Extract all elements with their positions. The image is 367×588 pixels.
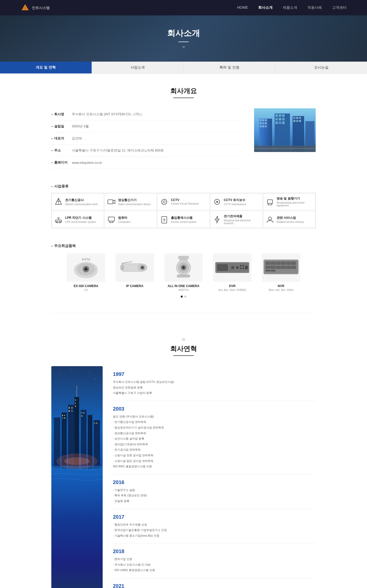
product-item-2: ALL IN ONE CAMERA AHD/TVI — [162, 253, 205, 291]
svg-rect-8 — [262, 122, 264, 124]
overview-title: 회사개요 — [51, 87, 316, 96]
svg-rect-132 — [75, 403, 76, 404]
nav-home[interactable]: HOME — [237, 5, 248, 10]
svg-point-60 — [268, 217, 272, 220]
product-name-2: ALL IN ONE CAMERA — [162, 284, 205, 288]
svg-rect-7 — [260, 122, 262, 124]
svg-rect-24 — [293, 117, 295, 119]
svg-rect-136 — [81, 415, 82, 416]
svg-point-112 — [95, 379, 95, 379]
business-sub-3: CCTV maintenance — [224, 203, 246, 206]
svg-rect-89 — [240, 268, 242, 269]
info-row-website: 홈페이지 www.intsystem.co.kr — [51, 157, 244, 169]
product-item-1: IP CAMERA — [113, 253, 157, 291]
svg-rect-9 — [265, 122, 267, 124]
business-sub-6: Computers — [118, 221, 131, 223]
sub-nav-business[interactable]: 사업소개 — [92, 62, 184, 73]
history-section: ○ 회사연혁 — [0, 336, 367, 588]
svg-rect-95 — [271, 262, 275, 265]
business-name-8: 전기전자제품 — [224, 214, 260, 219]
svg-point-109 — [59, 374, 59, 374]
computer-icon — [107, 215, 116, 224]
item-1997-1: 영상보안 전문업체 등록 — [113, 385, 316, 390]
product-item-0: A-5713 EX-SDI CAMERA 2.0 — [64, 253, 108, 291]
svg-rect-4 — [260, 119, 262, 121]
products-section: 주요취급품목 A-5713 EX-SDI CAMERA 2.0 — [51, 244, 316, 298]
business-sub-5: LPR circuit breaker system — [65, 221, 96, 223]
nav-company[interactable]: 회사소개 — [258, 5, 273, 10]
company-info-wrapper: 회사명 주식회사 인트시스템 (INT SYSTEM CO., LTD.) 설립… — [51, 108, 316, 169]
item-2016-2: · 조달청 등록 — [113, 499, 316, 504]
logo[interactable]: 인트시스템 — [21, 3, 50, 12]
business-name-3: CCTV 유지보수 — [224, 198, 246, 202]
business-name-4: 방송 및 음향기기 — [277, 196, 313, 201]
history-image — [51, 366, 103, 588]
dome-camera-svg: A-5713 — [69, 255, 103, 280]
logo-icon — [21, 3, 30, 12]
business-item-6: 컴퓨터 Computers — [104, 211, 157, 228]
sub-nav-overview[interactable]: 개요 및 연혁 — [0, 62, 92, 73]
svg-rect-32 — [254, 148, 316, 149]
business-item-0: 전기통신공사 Electric communication work — [52, 193, 104, 210]
svg-rect-127 — [69, 407, 70, 409]
business-item-2: CCTV Closed Circuit Television — [157, 193, 210, 210]
svg-marker-59 — [215, 216, 219, 223]
business-item-9: 관련 서비스업 Related service industry — [263, 211, 315, 228]
svg-rect-138 — [96, 423, 97, 424]
value-ceo: 김인태 — [72, 136, 82, 141]
nav-support[interactable]: 고객센터 — [332, 5, 346, 10]
product-img-1 — [115, 253, 154, 282]
history-timeline: 1997 주식회사 인트시스템 설립 (CCTV, 영상보안사업) 영상보안 전… — [103, 366, 316, 588]
item-1997-0: 주식회사 인트시스템 설립 (CCTV, 영상보안사업) — [113, 380, 316, 384]
business-item-8: 전기전자제품 Electrical and electronic product… — [210, 211, 263, 228]
item-2003-6: · 전기공사업 면허취득 — [113, 448, 316, 452]
carousel-dots — [51, 296, 316, 298]
sub-nav-location[interactable]: 오시는길 — [275, 62, 367, 73]
business-text-8: 전기전자제품 Electrical and electronic product… — [224, 214, 260, 225]
history-title: 회사연혁 — [51, 344, 316, 353]
items-2003: 법인 전환 (주식회사 인트시스템) · 전기통신공사업 면허취득 · 영상정보… — [113, 414, 316, 469]
business-text-2: CCTV Closed Circuit Television — [171, 198, 199, 205]
main-nav: HOME 회사소개 제품소개 적용사례 고객센터 — [237, 5, 346, 10]
business-sub-8: Electrical and electronic products — [224, 219, 260, 225]
access-icon — [160, 215, 169, 224]
item-2016-1: · 특허 취득 (영상보안 관련) — [113, 493, 316, 498]
nav-products[interactable]: 제품소개 — [283, 5, 297, 10]
info-row-address: 주소 서울특별시 구로구 디지털로33길 11, 에이스테크노타워 803호 — [51, 145, 244, 157]
business-name-7: 출입통제시스템 — [171, 216, 196, 220]
business-sub-7: Access control system — [171, 221, 196, 223]
svg-rect-98 — [286, 262, 291, 265]
business-section: 사업종류 전기통신공사 Electric communication work … — [51, 184, 316, 228]
dot-1[interactable] — [181, 296, 183, 298]
svg-rect-21 — [279, 121, 281, 124]
svg-rect-91 — [245, 266, 248, 269]
svg-rect-107 — [271, 270, 275, 271]
business-label: 사업종류 — [51, 184, 316, 189]
value-address: 서울특별시 구로구 디지털로33길 11, 에이스테크노타워 803호 — [72, 148, 164, 153]
svg-point-111 — [90, 372, 90, 373]
svg-rect-16 — [282, 114, 285, 117]
svg-rect-100 — [266, 266, 270, 269]
svg-rect-10 — [260, 125, 262, 127]
business-item-1: 영상통신기기 Video communication device — [104, 193, 157, 210]
dot-2[interactable] — [184, 296, 186, 298]
item-2018-0: · 벤처기업 인증 — [113, 557, 316, 562]
svg-rect-36 — [108, 200, 113, 204]
business-sub-1: Video communication device — [118, 203, 151, 206]
history-title-wrapper: ○ 회사연혁 — [51, 336, 316, 356]
business-sub-2: Closed Circuit Television — [171, 202, 199, 205]
sub-nav-patents[interactable]: 특허 및 인증 — [184, 62, 276, 73]
history-icon: ○ — [51, 336, 316, 342]
business-name-0: 전기통신공사 — [65, 198, 98, 202]
hero-banner: 회사소개 ✕ — [0, 15, 367, 62]
svg-point-85 — [231, 266, 234, 269]
timeline-2003: 2003 법인 전환 (주식회사 인트시스템) · 전기통신공사업 면허취득 ·… — [113, 401, 316, 474]
svg-rect-87 — [240, 265, 242, 267]
timeline-2018: 2018 · 벤처기업 인증 · 주식회사 인트시스템 CI 개편 · ISO … — [113, 543, 316, 578]
nav-cases[interactable]: 적용사례 — [307, 5, 322, 10]
svg-line-40 — [161, 199, 167, 205]
business-name-9: 관련 서비스업 — [277, 216, 304, 220]
label-company-name: 회사명 — [51, 112, 72, 117]
item-2017-1: · 한국산업기술진흥원 기업부설연구소 인정 — [113, 528, 316, 533]
product-sub-0: 2.0 — [64, 289, 108, 291]
